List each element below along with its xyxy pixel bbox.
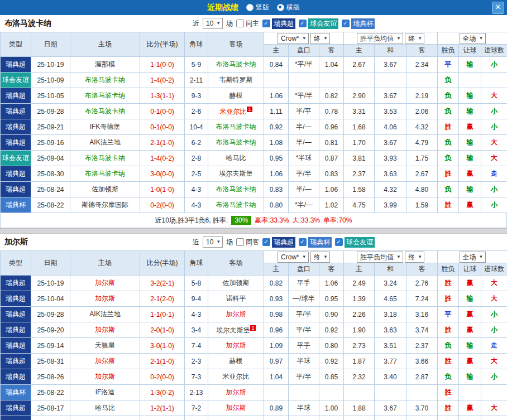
away-team[interactable]: 加尔斯	[208, 307, 264, 322]
final-select[interactable]: 终▼	[405, 252, 424, 263]
match-count-select[interactable]: 10▼	[203, 18, 223, 29]
result-goals: 小	[481, 322, 507, 338]
home-team[interactable]: AIK法兰地	[70, 307, 140, 322]
home-team[interactable]: 布洛马波卡纳	[70, 88, 140, 104]
score: 1-2(1-1)	[140, 400, 185, 416]
result-letgoal: 输	[459, 57, 481, 73]
same-side-filter[interactable]: 同主	[236, 19, 259, 28]
home-team[interactable]: 布洛马波卡纳	[70, 166, 140, 182]
odds-draw: 3.32	[375, 416, 406, 420]
home-team[interactable]: IF洛迪	[70, 385, 140, 400]
away-team[interactable]: 布洛马波卡纳	[208, 119, 264, 135]
result-wdl: 负	[438, 104, 459, 119]
away-team[interactable]: 埃尔夫斯堡1	[208, 322, 264, 338]
match-date: 25-08-22	[31, 197, 70, 213]
home-team[interactable]: 斯德哥尔摩国际	[70, 197, 140, 213]
type-badge: 瑞典超	[1, 338, 31, 354]
result-letgoal: 赢	[459, 197, 481, 213]
league-filter[interactable]: 球会友谊	[335, 237, 375, 248]
score: 0-2(0-0)	[140, 197, 185, 213]
league-filter[interactable]: 瑞典杯	[299, 237, 332, 248]
away-team[interactable]: 赫根	[208, 354, 264, 369]
away-team[interactable]: 布洛马波卡纳	[208, 182, 264, 197]
result-goals: 小	[481, 307, 507, 322]
scope-select[interactable]: 全场▼	[460, 33, 486, 44]
away-team[interactable]: 米亚尔比1	[208, 104, 264, 119]
away-team[interactable]: 诺科平	[208, 291, 264, 307]
home-team[interactable]: 加尔斯	[70, 322, 140, 338]
score: 1-1(0-0)	[140, 57, 185, 73]
avg-odds-select[interactable]: 胜平负均值▼	[357, 33, 403, 44]
home-team[interactable]: 天狼星	[70, 338, 140, 354]
handicap-home-odds: 0.93	[264, 291, 289, 307]
home-team[interactable]: 哈马比	[70, 400, 140, 416]
handicap-home-odds	[264, 73, 289, 88]
match-row: 瑞典超25-08-30布洛马波卡纳3-0(0-0)2-5埃尔夫斯堡1.06平/半…	[1, 166, 507, 182]
mode-radio-horizontal[interactable]: 横版	[277, 3, 300, 12]
away-team[interactable]: 布洛马波卡纳	[208, 135, 264, 151]
home-team[interactable]: 布洛马波卡纳	[70, 73, 140, 88]
away-team[interactable]: 佐加顿斯	[208, 276, 264, 291]
match-date: 25-10-05	[31, 88, 70, 104]
handicap-home-odds: 0.82	[264, 276, 289, 291]
handicap-line: 半球	[289, 354, 319, 369]
result-wdl: 负	[438, 182, 459, 197]
same-side-filter[interactable]: 同客	[236, 238, 259, 247]
league-badge: 瑞典超	[272, 237, 295, 248]
chevron-down-icon: ▼	[418, 252, 422, 262]
away-team[interactable]: IFK哥德堡	[208, 416, 264, 420]
bookmaker-select[interactable]: Crow*▼	[278, 252, 309, 263]
scope-select[interactable]: 全场▼	[460, 252, 486, 263]
final-select[interactable]: 终▼	[310, 252, 330, 263]
type-badge: 瑞典超	[1, 400, 31, 416]
home-team[interactable]: 布洛马波卡纳	[70, 151, 140, 166]
home-team[interactable]: 加尔斯	[70, 291, 140, 307]
type-badge: 瑞典超	[1, 276, 31, 291]
odds-home: 2.73	[344, 338, 375, 354]
away-team[interactable]: 加尔斯	[208, 338, 264, 354]
near-label: 近	[193, 19, 199, 28]
away-team[interactable]: 加尔斯	[208, 400, 264, 416]
close-button[interactable]: ✕	[492, 2, 504, 14]
match-count-select[interactable]: 10▼	[203, 236, 223, 248]
home-team[interactable]: 加尔斯	[70, 369, 140, 385]
avg-odds-select[interactable]: 胜平负均值▼	[357, 252, 403, 263]
final-select[interactable]: 终▼	[310, 33, 330, 44]
team-section: 布洛马波卡纳近10▼场同主瑞典超球会友谊瑞典杯类型日期主场比分(半场)角球客场C…	[0, 15, 507, 228]
home-team[interactable]: 渥那模	[70, 57, 140, 73]
bookmaker-select[interactable]: Crow*▼	[278, 33, 309, 44]
corners: 6-2	[185, 135, 208, 151]
corners: 7-3	[185, 369, 208, 385]
league-filter[interactable]: 瑞典超	[262, 237, 295, 248]
away-team[interactable]: 韦斯特罗斯	[208, 73, 264, 88]
away-team[interactable]: 布洛马波卡纳	[208, 197, 264, 213]
result-letgoal: 赢	[459, 166, 481, 182]
home-team[interactable]: 佐加顿斯	[70, 182, 140, 197]
handicap-line: 平/半	[289, 166, 319, 182]
away-team[interactable]: 赫根	[208, 88, 264, 104]
home-team[interactable]: 加尔斯	[70, 416, 140, 420]
handicap-line: 半球	[289, 400, 319, 416]
mode-label-horizontal: 横版	[286, 3, 300, 12]
home-team[interactable]: IFK哥德堡	[70, 119, 140, 135]
handicap-line: *半/—	[289, 197, 319, 213]
away-team[interactable]: 米亚尔比	[208, 369, 264, 385]
league-filter[interactable]: 瑞典超	[262, 18, 295, 29]
away-team[interactable]: 布洛马波卡纳	[208, 57, 264, 73]
away-team[interactable]: 哈马比	[208, 151, 264, 166]
home-team[interactable]: 加尔斯	[70, 276, 140, 291]
mode-radio-vertical[interactable]: 竖版	[246, 3, 269, 12]
home-team[interactable]: AIK法兰地	[70, 135, 140, 151]
league-filter[interactable]: 球会友谊	[299, 18, 338, 29]
odds-draw: 3.63	[375, 166, 406, 182]
away-team[interactable]: 加尔斯	[208, 385, 264, 400]
league-filter[interactable]: 瑞典杯	[342, 18, 375, 29]
odds-away: 2.76	[406, 276, 438, 291]
home-team[interactable]: 加尔斯	[70, 354, 140, 369]
home-team[interactable]: 布洛马波卡纳	[70, 104, 140, 119]
handicap-line: *半球	[289, 151, 319, 166]
away-team[interactable]: 埃尔夫斯堡	[208, 166, 264, 182]
final-select[interactable]: 终▼	[405, 33, 424, 44]
result-wdl: 胜	[438, 291, 459, 307]
handicap-away-odds: 0.96	[319, 119, 344, 135]
